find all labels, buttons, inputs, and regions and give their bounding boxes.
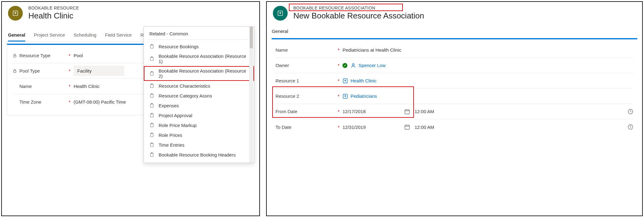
entity-header: BOOKABLE RESOURCE Health Clinic	[2, 2, 259, 23]
clipboard-icon	[149, 44, 154, 49]
related-menu: Related - Common Resource BookingsBookab…	[144, 26, 254, 163]
scrollbar[interactable]	[249, 27, 253, 163]
related-item[interactable]: Expenses	[144, 101, 254, 110]
required-mark: *	[69, 68, 71, 73]
clipboard-icon	[149, 103, 154, 108]
clipboard-icon	[149, 56, 154, 61]
clipboard-icon	[149, 93, 154, 98]
resource-icon	[273, 6, 288, 21]
label-name: Name	[275, 47, 288, 53]
row-to-date: To Date * 12/31/2019 12:00 AM	[275, 119, 634, 135]
label-from-date: From Date	[275, 109, 297, 114]
entity-title: Health Clinic	[28, 11, 79, 21]
related-item[interactable]: Resource Characteristics	[144, 81, 254, 91]
related-item[interactable]: Project Approval	[144, 110, 254, 120]
label-resource-1: Resource 1	[275, 78, 299, 83]
entity-type-label: BOOKABLE RESOURCE	[28, 6, 79, 10]
clock-icon[interactable]	[627, 109, 634, 115]
tab-general[interactable]: General	[272, 29, 642, 36]
related-item[interactable]: Time Entries	[144, 140, 254, 150]
value-resource-type[interactable]: Pool	[74, 53, 83, 58]
related-header: Related - Common	[144, 27, 254, 38]
tab-scheduling[interactable]: Scheduling	[74, 30, 96, 42]
clipboard-icon	[149, 142, 154, 148]
required-mark: *	[69, 53, 71, 58]
label-to-date: To Date	[275, 125, 291, 130]
calendar-icon[interactable]	[404, 109, 410, 115]
required-mark: *	[338, 47, 339, 53]
association-panel: BOOKABLE RESOURCE ASSOCIATION New Bookab…	[266, 1, 643, 216]
related-item[interactable]: Role Prices	[144, 130, 254, 140]
clipboard-icon	[149, 83, 154, 89]
clipboard-icon	[149, 132, 154, 138]
tab-field-service[interactable]: Field Service	[105, 30, 132, 42]
clipboard-icon	[149, 113, 154, 118]
related-item[interactable]: Bookable Resource Association (Resource …	[144, 66, 254, 81]
required-mark: *	[338, 93, 339, 99]
row-owner: Owner * Spencer Low	[275, 58, 634, 73]
to-date-value[interactable]: 12/31/2019	[342, 125, 366, 130]
label-owner: Owner	[275, 63, 289, 68]
calendar-icon[interactable]	[404, 124, 410, 130]
owner-lookup[interactable]: Spencer Low	[350, 63, 386, 68]
value-name[interactable]: Pediatricians at Health Clinic	[342, 47, 401, 53]
label-resource-2: Resource 2	[275, 93, 299, 99]
clock-icon[interactable]	[627, 124, 634, 130]
clipboard-icon	[149, 152, 154, 157]
to-time-value[interactable]: 12:00 AM	[415, 125, 434, 130]
verified-icon	[342, 63, 347, 68]
entity-type-label: BOOKABLE RESOURCE ASSOCIATION	[293, 6, 424, 10]
resource-icon	[8, 6, 23, 21]
row-from-date: From Date * 12/17/2018 12:00 AM	[275, 104, 634, 119]
row-resource-1: Resource 1 * Health Clinic	[275, 73, 634, 89]
label-name: Name	[19, 84, 32, 89]
required-mark: *	[69, 99, 71, 105]
value-time-zone[interactable]: (GMT-08:00) Pacific Time	[74, 99, 126, 105]
from-date-value[interactable]: 12/17/2018	[342, 109, 366, 114]
required-mark: *	[338, 109, 339, 114]
entity-title: New Bookable Resource Association	[293, 11, 424, 21]
tab-general[interactable]: General	[8, 30, 25, 42]
resource-icon	[342, 78, 348, 84]
required-mark: *	[338, 125, 339, 130]
row-name: Name * Pediatricians at Health Clinic	[275, 42, 634, 58]
resource1-lookup[interactable]: Health Clinic	[342, 78, 376, 84]
related-item[interactable]: Resource Category Assns	[144, 91, 254, 101]
from-time-value[interactable]: 12:00 AM	[415, 109, 434, 114]
related-item[interactable]: Bookable Resource Association (Resource …	[144, 51, 254, 66]
value-name[interactable]: Health Clinic	[74, 84, 99, 89]
lock-icon	[13, 54, 17, 58]
row-resource-2: Resource 2 * Pediatricians	[275, 89, 634, 104]
lock-icon	[13, 69, 17, 73]
resource-icon	[342, 93, 348, 99]
required-mark: *	[338, 63, 339, 68]
person-icon	[350, 63, 356, 68]
label-pool-type: Pool Type	[19, 68, 40, 73]
resource2-lookup[interactable]: Pediatricians	[342, 93, 377, 99]
bookable-resource-panel: BOOKABLE RESOURCE Health Clinic General …	[1, 1, 260, 216]
value-pool-type[interactable]: Facility	[74, 66, 124, 76]
required-mark: *	[338, 78, 339, 83]
clipboard-icon	[149, 122, 154, 128]
label-resource-type: Resource Type	[19, 53, 51, 58]
related-item[interactable]: Resource Bookings	[144, 42, 254, 51]
entity-header: BOOKABLE RESOURCE ASSOCIATION New Bookab…	[267, 2, 642, 23]
required-mark: *	[69, 84, 71, 89]
tab-project-service[interactable]: Project Service	[34, 30, 65, 42]
clipboard-icon	[149, 71, 154, 76]
related-item[interactable]: Bookable Resource Booking Headers	[144, 150, 254, 160]
related-item[interactable]: Role Price Markup	[144, 120, 254, 130]
label-time-zone: Time Zone	[19, 99, 41, 105]
